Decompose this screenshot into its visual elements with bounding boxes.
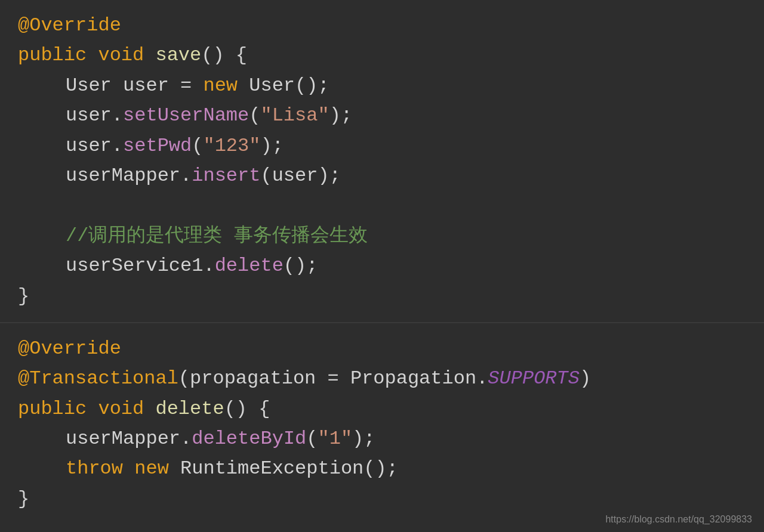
rparen-1: );	[329, 102, 352, 129]
keyword-new-2: new	[134, 455, 169, 482]
annotation-override-2: @Override	[18, 335, 121, 363]
line-service-delete: userService1 . delete ();	[0, 251, 764, 281]
keyword-void-1: void	[87, 42, 155, 69]
delete-call-parens: ();	[284, 252, 318, 280]
line-override-2: @Override	[0, 334, 764, 364]
class-user: User	[66, 72, 123, 100]
brace-close-1: }	[18, 283, 29, 310]
insert-args: (user);	[260, 162, 340, 190]
line-set-username: user . setUserName ( "Lisa" );	[0, 101, 764, 131]
keyword-public-1: public	[18, 42, 87, 69]
transactional-args: (propagation = Propagation.	[178, 365, 488, 392]
watermark: https://blog.csdn.net/qq_32099833	[605, 512, 752, 526]
user-constructor: User();	[238, 72, 329, 100]
propagation-supports: SUPPORTS	[488, 365, 580, 392]
line-close-1: }	[0, 282, 764, 311]
var-user-1: user	[66, 102, 112, 129]
var-usermapper-2: userMapper	[66, 425, 180, 453]
rparen-2: );	[260, 132, 283, 160]
keyword-new-1: new	[203, 72, 238, 100]
line-comment: //调用的是代理类 事务传播会生效	[0, 221, 764, 251]
var-usermapper-1: userMapper	[66, 162, 180, 190]
comment-text: //调用的是代理类 事务传播会生效	[66, 222, 368, 250]
dot-2: .	[112, 132, 123, 160]
string-1: "1"	[318, 425, 352, 453]
method-delete-call: delete	[215, 252, 284, 280]
annotation-override: @Override	[18, 12, 121, 39]
equals-1: =	[180, 72, 203, 100]
annotation-transactional: @Transactional	[18, 365, 178, 392]
keyword-throw: throw	[66, 455, 123, 482]
line-delete-by-id: userMapper . deleteById ( "1" );	[0, 424, 764, 454]
code-block-1: @Override public void save () { User use…	[0, 0, 764, 323]
keyword-void-2: void	[87, 395, 155, 423]
method-setpwd: setPwd	[123, 132, 192, 160]
line-insert: userMapper . insert (user);	[0, 161, 764, 191]
var-userservice1: userService1	[66, 252, 203, 280]
dot-3: .	[180, 162, 192, 190]
line-throw: throw new RuntimeException();	[0, 454, 764, 484]
line-close-2: }	[0, 484, 764, 514]
brace-close-2: }	[18, 485, 29, 513]
var-user-decl: user	[123, 72, 180, 100]
transactional-close: )	[580, 365, 591, 392]
line-override-1: @Override	[0, 11, 764, 41]
method-delete: delete	[155, 395, 224, 423]
var-user-2: user	[66, 132, 112, 160]
delete-paren: () {	[224, 395, 270, 423]
dot-5: .	[180, 425, 192, 453]
lparen-2: (	[192, 132, 203, 160]
line-save-decl: public void save () {	[0, 41, 764, 70]
runtime-exception: RuntimeException();	[169, 455, 398, 482]
code-block-2: @Override @Transactional (propagation = …	[0, 323, 764, 525]
method-setusername: setUserName	[123, 102, 249, 129]
lparen-3: (	[306, 425, 318, 453]
space-1	[123, 455, 134, 482]
method-deletebyid: deleteById	[192, 425, 306, 453]
dot-1: .	[112, 102, 123, 129]
line-delete-decl: public void delete () {	[0, 394, 764, 424]
line-transactional: @Transactional (propagation = Propagatio…	[0, 364, 764, 394]
line-user-create: User user = new User();	[0, 71, 764, 101]
lparen-1: (	[249, 102, 260, 129]
string-lisa: "Lisa"	[260, 102, 329, 129]
rparen-3: );	[352, 425, 375, 453]
paren-1: () {	[201, 42, 247, 69]
method-save: save	[155, 42, 201, 69]
method-insert: insert	[192, 162, 260, 190]
code-container: @Override public void save () { User use…	[0, 0, 764, 532]
dot-4: .	[203, 252, 214, 280]
line-set-pwd: user . setPwd ( "123" );	[0, 131, 764, 161]
keyword-public-2: public	[18, 395, 87, 423]
line-empty-1	[0, 191, 764, 221]
string-123: "123"	[203, 132, 260, 160]
